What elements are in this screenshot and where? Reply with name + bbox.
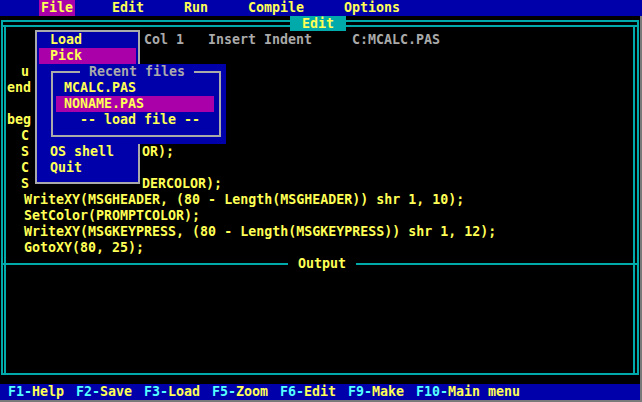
- fkey-f9-make[interactable]: F9-Make: [348, 384, 404, 400]
- fkey-separator: -: [92, 384, 100, 399]
- recent-file-noname[interactable]: NONAME.PAS: [56, 96, 214, 112]
- code-line: SetColor(PROMPTCOLOR);: [24, 208, 200, 224]
- fkey-separator: -: [24, 384, 32, 399]
- fkey-label: Make: [372, 384, 404, 399]
- fkey-key: F5: [212, 384, 228, 399]
- window-border-bottom: [1, 373, 639, 375]
- fkey-separator: -: [160, 384, 168, 399]
- fkey-separator: -: [440, 384, 448, 399]
- window-border-right-inner: [633, 25, 635, 373]
- screen: File Edit Run Compile Options Edit Outpu…: [0, 0, 642, 402]
- fkey-key: F1: [8, 384, 24, 399]
- recent-files-title: Recent files: [80, 64, 194, 80]
- menu-item-options[interactable]: Options: [344, 0, 400, 16]
- code-line: WriteXY(MSGKEYPRESS, (80 - Length(MSGKEY…: [24, 224, 496, 240]
- file-menu-item-pick[interactable]: Pick: [39, 48, 136, 64]
- fkey-key: F3: [144, 384, 160, 399]
- code-line: beg: [7, 112, 31, 128]
- code-line: DERCOLOR);: [142, 176, 222, 192]
- fkey-separator: -: [296, 384, 304, 399]
- fkey-f10-main-menu[interactable]: F10-Main menu: [416, 384, 520, 400]
- fkey-separator: -: [364, 384, 372, 399]
- code-line: WriteXY(MSGHEADER, (80 - Length(MSGHEADE…: [24, 192, 464, 208]
- fkey-f6-edit[interactable]: F6-Edit: [280, 384, 336, 400]
- code-line: GotoXY(80, 25);: [24, 240, 144, 256]
- fkey-label: Edit: [304, 384, 336, 399]
- window-border-right-outer: [637, 20, 639, 375]
- recent-files-load-file-label: -- load file --: [80, 112, 200, 128]
- edit-window-title: Edit: [290, 16, 346, 31]
- code-line: S: [21, 176, 29, 192]
- fkey-f3-load[interactable]: F3-Load: [144, 384, 200, 400]
- fkey-label: Help: [32, 384, 64, 399]
- file-menu-item-load[interactable]: Load: [39, 32, 136, 48]
- output-area[interactable]: [8, 266, 632, 372]
- function-key-bar: F1-Help F2-Save F3-Load F5-Zoom F6-Edit …: [0, 384, 642, 400]
- recent-files-menu: Recent files MCALC.PAS NONAME.PAS -- loa…: [48, 64, 226, 144]
- code-line: OR);: [142, 144, 174, 160]
- menu-item-run[interactable]: Run: [184, 0, 208, 16]
- fkey-label: Main menu: [448, 384, 520, 399]
- code-line: C: [21, 128, 29, 144]
- fkey-label: Zoom: [236, 384, 268, 399]
- menu-item-file[interactable]: File: [39, 0, 75, 16]
- menu-item-compile[interactable]: Compile: [248, 0, 304, 16]
- fkey-f1-help[interactable]: F1-Help: [8, 384, 64, 400]
- fkey-separator: -: [228, 384, 236, 399]
- code-line: C: [21, 160, 29, 176]
- fkey-key: F2: [76, 384, 92, 399]
- menu-item-edit[interactable]: Edit: [112, 0, 144, 16]
- fkey-f2-save[interactable]: F2-Save: [76, 384, 132, 400]
- fkey-key: F6: [280, 384, 296, 399]
- fkey-key: F10: [416, 384, 440, 399]
- fkey-key: F9: [348, 384, 364, 399]
- menu-bar: File Edit Run Compile Options: [0, 0, 642, 16]
- fkey-label: Load: [168, 384, 200, 399]
- code-line: S: [21, 144, 29, 160]
- output-window-title: Output: [288, 256, 356, 272]
- fkey-label: Save: [100, 384, 132, 399]
- fkey-f5-zoom[interactable]: F5-Zoom: [212, 384, 268, 400]
- recent-file-mcalc[interactable]: MCALC.PAS: [64, 80, 136, 96]
